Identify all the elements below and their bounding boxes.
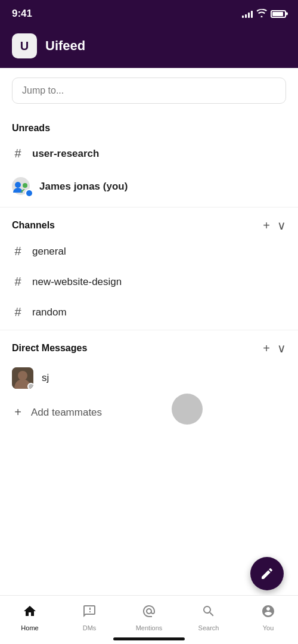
app-header: U Uifeed — [0, 26, 298, 68]
home-icon — [23, 604, 37, 622]
user-online-badge — [25, 189, 33, 197]
nav-mentions-label: Mentions — [136, 624, 163, 631]
compose-fab-button[interactable] — [250, 557, 284, 590]
dm-title: Direct Messages — [12, 343, 87, 354]
hash-icon: # — [12, 147, 24, 160]
add-dm-button[interactable]: + — [263, 342, 270, 354]
nav-home-label: Home — [21, 624, 38, 631]
channel-name: user-research — [32, 148, 99, 160]
status-icons — [242, 9, 286, 19]
dm-header: Direct Messages + ∨ — [0, 338, 298, 359]
compose-icon — [260, 566, 274, 581]
channels-header: Channels + ∨ — [0, 215, 298, 236]
unread-user-james-jonas[interactable]: James jonas (you) — [0, 169, 298, 205]
channels-section: Channels + ∨ # general # new-website-des… — [0, 210, 298, 327]
you-icon — [261, 604, 275, 622]
decoration-circle — [172, 394, 203, 425]
nav-home[interactable]: Home — [0, 596, 60, 634]
channel-new-website-design[interactable]: # new-website-design — [0, 267, 298, 297]
dm-name: sj — [42, 372, 49, 384]
channel-name: new-website-design — [32, 276, 122, 288]
nav-you[interactable]: You — [238, 596, 298, 634]
plus-icon: + — [12, 405, 24, 419]
main-content: Unreads # user-research James jonas (you… — [0, 68, 298, 428]
svg-point-2 — [23, 183, 27, 188]
dm-sj[interactable]: sj — [0, 359, 298, 397]
jump-to-input[interactable] — [12, 78, 286, 104]
add-channel-button[interactable]: + — [263, 219, 270, 231]
collapse-channels-button[interactable]: ∨ — [277, 219, 286, 231]
nav-search-label: Search — [198, 624, 219, 631]
direct-messages-section: Direct Messages + ∨ sj + Add teammates — [0, 333, 298, 428]
mentions-icon — [142, 604, 156, 622]
dms-icon — [82, 604, 97, 622]
nav-dms[interactable]: DMs — [60, 596, 119, 634]
unreads-title: Unreads — [12, 123, 50, 134]
channel-name: general — [32, 246, 66, 258]
bottom-nav: Home DMs Mentions Search — [0, 595, 298, 644]
nav-mentions[interactable]: Mentions — [119, 596, 179, 634]
jump-to-container — [0, 68, 298, 113]
hash-icon: # — [12, 305, 24, 319]
collapse-dm-button[interactable]: ∨ — [277, 342, 286, 354]
status-time: 9:41 — [12, 8, 32, 20]
dm-actions: + ∨ — [263, 342, 286, 354]
user-avatar — [12, 177, 31, 196]
user-name: James jonas (you) — [39, 181, 128, 193]
nav-search[interactable]: Search — [179, 596, 238, 634]
signal-icon — [242, 10, 253, 18]
channel-random[interactable]: # random — [0, 297, 298, 327]
home-indicator — [113, 637, 185, 640]
wifi-icon — [256, 9, 267, 19]
app-name: Uifeed — [45, 38, 85, 54]
channels-title: Channels — [12, 220, 55, 231]
svg-point-4 — [18, 371, 27, 380]
unread-channel-user-research[interactable]: # user-research — [0, 138, 298, 169]
dm-avatar-sj — [12, 367, 33, 389]
nav-dms-label: DMs — [83, 624, 97, 631]
hash-icon: # — [12, 244, 24, 258]
status-bar: 9:41 — [0, 0, 298, 26]
app-logo: U — [12, 33, 37, 58]
channel-name: random — [32, 306, 67, 318]
unreads-section: Unreads # user-research James jonas (you… — [0, 113, 298, 205]
add-teammates-button[interactable]: + Add teammates — [0, 397, 298, 428]
svg-point-1 — [15, 182, 21, 188]
dm-status-offline — [27, 383, 33, 389]
unreads-header: Unreads — [0, 118, 298, 138]
channel-general[interactable]: # general — [0, 236, 298, 267]
battery-icon — [271, 10, 286, 18]
add-teammates-label: Add teammates — [31, 407, 102, 419]
hash-icon: # — [12, 275, 24, 289]
channels-actions: + ∨ — [263, 219, 286, 231]
search-icon — [201, 604, 216, 622]
nav-you-label: You — [263, 624, 274, 631]
